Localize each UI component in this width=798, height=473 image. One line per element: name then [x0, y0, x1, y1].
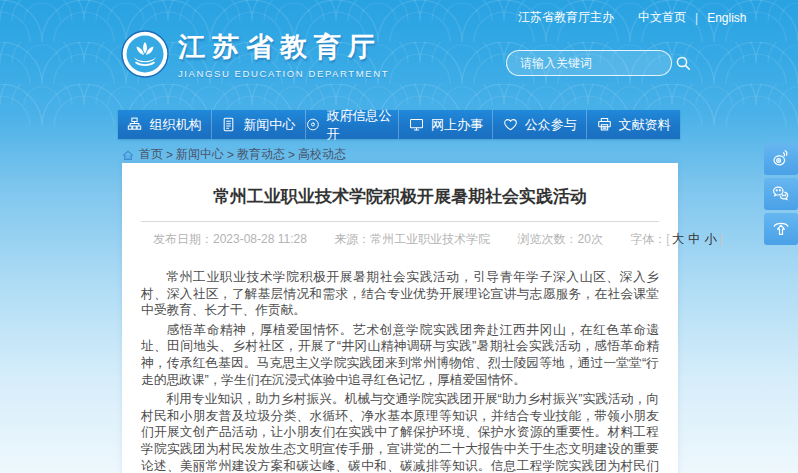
nav-item-news-center[interactable]: 新闻中心	[212, 110, 306, 139]
home-icon	[122, 149, 134, 161]
article-paragraph: 感悟革命精神，厚植爱国情怀。艺术创意学院实践团奔赴江西井冈山，在红色革命遗址、田…	[141, 322, 659, 388]
weibo-icon	[771, 149, 791, 169]
nav-item-label: 新闻中心	[243, 116, 295, 134]
nav-item-gov-info[interactable]: 政府信息公开	[306, 110, 400, 139]
topbar: 江苏省教育厅主办 中文首页 | English	[518, 9, 746, 26]
site-logo[interactable]: 江苏省教育厅 JIANGSU EDUCATION DEPARTMENT	[121, 29, 389, 79]
main-nav: 组织机构 新闻中心 政府信息公开 网上办事 公众参与	[118, 110, 680, 139]
nav-item-label: 公众参与	[525, 116, 577, 134]
article-body: 常州工业职业技术学院积极开展暑期社会实践活动，引导青年学子深入山区、深入乡村、深…	[141, 269, 659, 473]
weibo-share-button[interactable]	[764, 143, 798, 175]
publish-date-value: 2023-08-28 11:28	[213, 232, 307, 246]
views-value: 20次	[578, 232, 603, 246]
bracket-close: ]	[719, 232, 722, 246]
font-size-large-button[interactable]: 大	[672, 232, 685, 246]
breadcrumb-separator: >	[288, 148, 295, 162]
search-input[interactable]	[520, 56, 675, 70]
back-to-top-button[interactable]	[764, 213, 798, 245]
source-value: 常州工业职业技术学院	[370, 232, 490, 246]
site-name: 江苏省教育厅	[178, 29, 389, 65]
nav-item-documents[interactable]: 文献资料	[587, 110, 680, 139]
breadcrumb-separator: >	[227, 148, 234, 162]
monitor-icon	[409, 117, 424, 132]
article-meta: 发布日期：2023-08-28 11:28 来源：常州工业职业技术学院 浏览次数…	[141, 231, 659, 248]
site-name-en: JIANGSU EDUCATION DEPARTMENT	[178, 68, 389, 79]
printer-icon	[597, 117, 612, 132]
nav-item-public-participation[interactable]: 公众参与	[493, 110, 587, 139]
page: 江苏省教育厅主办 中文首页 | English 江苏省教育厅 JIANGSU E…	[0, 0, 798, 473]
floating-tools	[764, 143, 798, 248]
breadcrumb-item-edu-trends[interactable]: 教育动态	[237, 146, 285, 163]
nav-item-label: 政府信息公开	[327, 107, 399, 143]
search-icon[interactable]	[675, 55, 692, 72]
wechat-icon	[771, 184, 791, 204]
emblem-icon	[121, 30, 169, 78]
nav-item-organization[interactable]: 组织机构	[118, 110, 212, 139]
source-label: 来源：	[334, 232, 370, 246]
title-divider	[141, 221, 659, 222]
bracket-open: [	[666, 232, 669, 246]
topbar-separator: |	[695, 11, 698, 25]
heart-icon	[503, 117, 518, 132]
news-icon	[221, 117, 236, 132]
breadcrumb: 首页 > 新闻中心 > 教育动态 > 高校动态	[122, 146, 346, 163]
font-size-medium-button[interactable]: 中	[688, 232, 701, 246]
nav-item-online-services[interactable]: 网上办事	[399, 110, 493, 139]
topbar-sponsor-link[interactable]: 江苏省教育厅主办	[518, 9, 614, 26]
font-size-label: 字体：	[630, 232, 666, 246]
breadcrumb-item-college-trends[interactable]: 高校动态	[298, 146, 346, 163]
breadcrumb-item-home[interactable]: 首页	[139, 146, 163, 163]
breadcrumb-separator: >	[166, 148, 173, 162]
breadcrumb-item-news-center[interactable]: 新闻中心	[176, 146, 224, 163]
info-circle-icon	[306, 117, 320, 132]
nav-item-label: 网上办事	[431, 116, 483, 134]
search-box	[506, 50, 672, 76]
publish-date-label: 发布日期：	[153, 232, 213, 246]
font-size-small-button[interactable]: 小	[705, 232, 718, 246]
article-title: 常州工业职业技术学院积极开展暑期社会实践活动	[141, 163, 659, 208]
sitemap-icon	[127, 117, 142, 132]
article-paragraph: 常州工业职业技术学院积极开展暑期社会实践活动，引导青年学子深入山区、深入乡村、深…	[141, 269, 659, 319]
wechat-share-button[interactable]	[764, 178, 798, 210]
arrow-up-icon	[771, 219, 791, 239]
article-card: 常州工业职业技术学院积极开展暑期社会实践活动 发布日期：2023-08-28 1…	[122, 163, 678, 473]
nav-item-label: 文献资料	[619, 116, 671, 134]
nav-item-label: 组织机构	[149, 116, 201, 134]
article-paragraph: 利用专业知识，助力乡村振兴。机械与交通学院实践团开展“助力乡村振兴”实践活动，向…	[141, 391, 659, 473]
views-label: 浏览次数：	[518, 232, 578, 246]
topbar-chinese-home-link[interactable]: 中文首页	[638, 9, 686, 26]
topbar-english-link[interactable]: English	[707, 11, 746, 25]
